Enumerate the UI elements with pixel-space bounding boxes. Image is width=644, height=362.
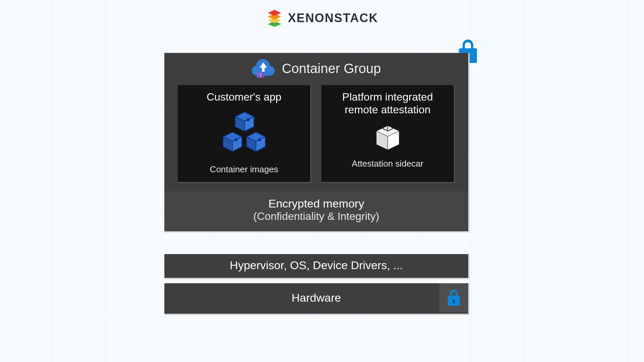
lock-icon (439, 283, 468, 312)
svg-rect-17 (235, 139, 237, 141)
container-group-header: Container Group (164, 53, 468, 85)
stack-icon (266, 9, 283, 27)
memory-line1: Encrypted memory (164, 197, 468, 210)
customer-app-subtitle: Container images (210, 164, 278, 175)
memory-line2: (Confidentiality & Integrity) (164, 210, 468, 223)
cloud-upload-icon (252, 58, 275, 79)
svg-rect-8 (260, 73, 262, 78)
hypervisor-bar: Hypervisor, OS, Device Drivers, ... (164, 254, 470, 279)
svg-rect-27 (453, 301, 454, 303)
encrypted-memory-bar: Encrypted memory (Confidentiality & Inte… (164, 191, 468, 231)
cube-icon (374, 124, 402, 152)
architecture-diagram: Container Group Customer's app (164, 53, 470, 315)
container-group-panel: Container Group Customer's app (164, 53, 470, 233)
container-group-title: Container Group (282, 61, 381, 76)
svg-rect-9 (262, 72, 264, 78)
attestation-card: Platform integrated remote attestation A… (321, 85, 455, 183)
customer-app-card: Customer's app (178, 85, 311, 183)
hardware-bar: Hardware (164, 283, 470, 315)
hypervisor-label: Hypervisor, OS, Device Drivers, ... (230, 259, 403, 272)
svg-marker-3 (268, 10, 281, 16)
customer-app-title: Customer's app (207, 90, 281, 103)
spacer (164, 237, 470, 250)
boxes-icon (219, 111, 269, 158)
attestation-subtitle: Attestation sidecar (352, 159, 424, 169)
hardware-label: Hardware (291, 291, 341, 304)
attestation-title: Platform integrated remote attestation (325, 90, 450, 116)
container-group-body: Customer's app (164, 85, 468, 191)
brand-name: XENONSTACK (288, 11, 378, 25)
svg-rect-7 (257, 71, 259, 78)
svg-rect-13 (247, 119, 249, 121)
svg-rect-21 (259, 139, 261, 141)
brand-logo: XENONSTACK (266, 9, 378, 27)
